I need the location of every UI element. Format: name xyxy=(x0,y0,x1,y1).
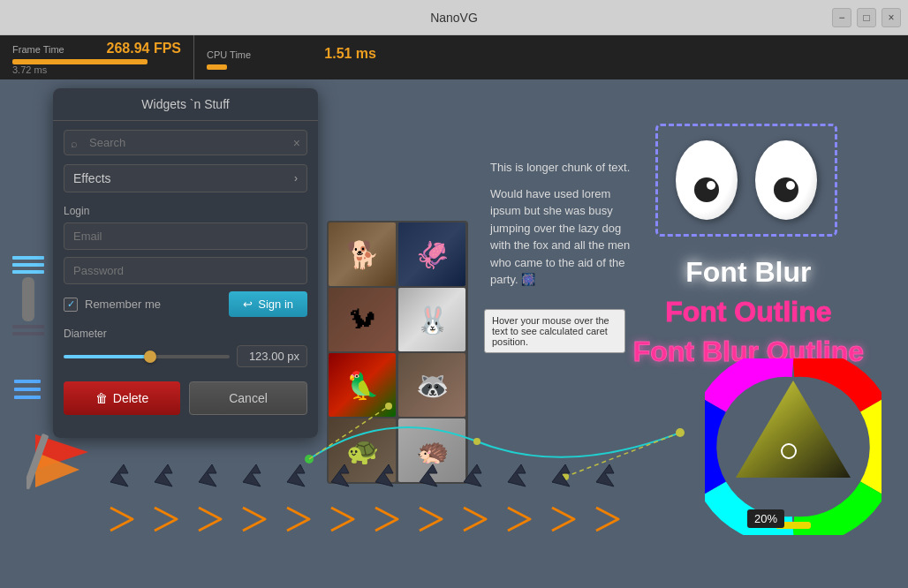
eyes-container xyxy=(655,124,837,237)
scroll-line-3 xyxy=(12,270,44,274)
frame-time-sub: 3.72 ms xyxy=(12,64,181,75)
dark-arrow-7 xyxy=(371,456,406,491)
diameter-slider[interactable] xyxy=(64,355,230,358)
h-lines-group xyxy=(14,380,41,399)
orange-arrow-6 xyxy=(327,503,362,535)
h-line-active-1 xyxy=(14,380,41,383)
search-container: ⌕ × xyxy=(64,130,307,155)
svg-point-2 xyxy=(676,428,685,437)
dark-arrow-8 xyxy=(415,456,450,491)
orange-arrow-2 xyxy=(150,503,185,535)
dark-arrow-9 xyxy=(459,456,495,491)
font-outline-text: Font Outline xyxy=(633,296,864,328)
action-buttons: 🗑 Delete Cancel xyxy=(64,381,307,415)
effects-label: Effects xyxy=(73,171,111,185)
widget-panel: Widgets `n Stuff ⌕ × Effects › Login ✓ xyxy=(53,88,318,438)
diameter-slider-track xyxy=(64,355,155,358)
eye-left xyxy=(676,140,738,220)
widget-panel-body: ⌕ × Effects › Login ✓ Remember me ↩ xyxy=(53,121,318,424)
cpu-time-label: CPU Time xyxy=(207,49,251,60)
maximize-button[interactable]: □ xyxy=(857,8,876,27)
photo-cell-1[interactable]: 🐕 xyxy=(329,222,396,286)
minimize-button[interactable]: − xyxy=(832,8,851,27)
app-title: NanoVG xyxy=(430,11,478,25)
dark-arrow-10 xyxy=(503,456,539,491)
scroll-line-1 xyxy=(12,256,44,260)
dark-arrow-2 xyxy=(150,456,185,491)
effects-dropdown[interactable]: Effects › xyxy=(64,164,307,192)
cancel-button[interactable]: Cancel xyxy=(189,381,307,415)
search-clear-icon[interactable]: × xyxy=(293,136,300,150)
pupil-right xyxy=(774,177,798,202)
close-button[interactable]: × xyxy=(882,8,901,27)
login-label: Login xyxy=(64,205,307,217)
pupil-left xyxy=(694,177,719,202)
main-area: Widgets `n Stuff ⌕ × Effects › Login ✓ xyxy=(0,79,908,588)
titlebar: NanoVG − □ × xyxy=(0,0,908,35)
stats-bar: Frame Time 268.94 FPS 3.72 ms CPU Time 1… xyxy=(0,35,908,79)
scroll-thumb[interactable] xyxy=(22,277,34,321)
orange-arrow-11 xyxy=(548,503,583,535)
signin-button[interactable]: ↩ Sign in xyxy=(229,291,307,317)
photo-cell-2[interactable]: 🦑 xyxy=(398,222,465,286)
svg-point-1 xyxy=(473,438,480,445)
orange-arrows-row xyxy=(106,503,908,535)
orange-arrow-8 xyxy=(415,503,450,535)
h-line-active-3 xyxy=(14,396,41,399)
text-paragraph-1: This is longer chunk of text. xyxy=(490,159,632,177)
eye-right xyxy=(755,140,817,220)
scroll-line-5 xyxy=(12,332,44,335)
flag-shape xyxy=(26,426,106,500)
frame-time-block: Frame Time 268.94 FPS 3.72 ms xyxy=(0,35,194,79)
frame-time-label: Frame Time xyxy=(12,44,64,55)
window-controls: − □ × xyxy=(832,8,901,27)
tooltip-box: Hover your mouse over the text to see ca… xyxy=(484,309,625,353)
scroll-line-4 xyxy=(12,325,44,328)
signin-icon: ↩ xyxy=(243,298,253,311)
pupil-inner-right xyxy=(786,181,795,190)
dark-arrows-row xyxy=(106,456,908,491)
photo-cell-5[interactable]: 🦜 xyxy=(329,353,396,417)
signin-label: Sign in xyxy=(258,298,293,311)
diameter-thumb[interactable] xyxy=(144,351,156,363)
diameter-row: 123.00 px xyxy=(64,345,307,367)
search-icon: ⌕ xyxy=(71,136,78,149)
dark-arrow-1 xyxy=(106,456,141,491)
orange-arrow-12 xyxy=(592,503,627,535)
delete-label: Delete xyxy=(113,391,148,405)
orange-arrow-4 xyxy=(238,503,274,535)
pupil-inner-left xyxy=(707,181,715,190)
photo-cell-6[interactable]: 🦝 xyxy=(398,353,465,417)
search-input[interactable] xyxy=(64,130,307,155)
delete-icon: 🗑 xyxy=(95,391,108,405)
orange-arrow-3 xyxy=(194,503,230,535)
remember-row: ✓ Remember me ↩ Sign in xyxy=(64,291,307,317)
widget-panel-title: Widgets `n Stuff xyxy=(53,88,318,121)
remember-checkbox[interactable]: ✓ xyxy=(64,298,78,312)
orange-arrow-9 xyxy=(459,503,495,535)
photo-cell-4[interactable]: 🐰 xyxy=(398,288,465,351)
tooltip-text: Hover your mouse over the text to see ca… xyxy=(492,315,609,347)
text-paragraph-2: Would have used lorem ipsum but she was … xyxy=(490,185,632,289)
font-blur-text: Font Blur xyxy=(633,256,864,289)
dark-arrow-12 xyxy=(592,456,627,491)
scroll-line-2 xyxy=(12,263,44,267)
email-input[interactable] xyxy=(64,222,307,250)
diameter-label: Diameter xyxy=(64,328,307,340)
orange-arrow-5 xyxy=(283,503,318,535)
scroll-indicator[interactable] xyxy=(19,256,37,433)
password-input[interactable] xyxy=(64,257,307,284)
font-effects: Font Blur Font Outline Font Blur Outline xyxy=(633,256,864,368)
photo-cell-3[interactable]: 🐿 xyxy=(329,288,396,351)
delete-button[interactable]: 🗑 Delete xyxy=(64,381,180,415)
orange-arrow-10 xyxy=(503,503,539,535)
dark-arrow-3 xyxy=(194,456,230,491)
diameter-value: 123.00 px xyxy=(237,345,307,367)
remember-label: Remember me xyxy=(85,298,222,311)
checkmark-icon: ✓ xyxy=(67,298,75,310)
frame-time-value: 268.94 FPS xyxy=(107,41,182,57)
orange-arrow-1 xyxy=(106,503,141,535)
dark-arrow-11 xyxy=(548,456,583,491)
dark-arrow-5 xyxy=(283,456,318,491)
orange-arrow-7 xyxy=(371,503,406,535)
